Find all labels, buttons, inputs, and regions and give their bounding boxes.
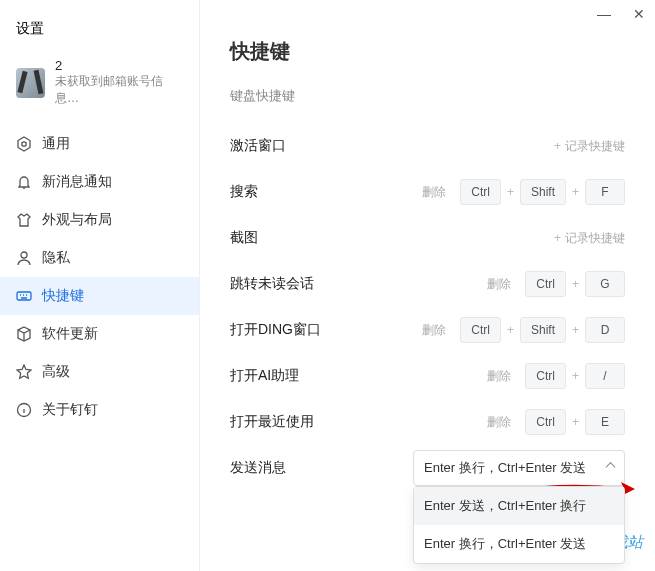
sidebar-item-update[interactable]: 软件更新 (0, 315, 199, 353)
key: G (585, 271, 625, 297)
row-label: 搜索 (230, 183, 414, 201)
star-icon (16, 364, 32, 380)
row-open-ai: 打开AI助理 删除 Ctrl+ / (230, 353, 625, 399)
row-label: 激活窗口 (230, 137, 546, 155)
keyboard-icon (16, 288, 32, 304)
key: E (585, 409, 625, 435)
user-block[interactable]: 2 未获取到邮箱账号信息… (0, 52, 199, 125)
key: Ctrl (525, 271, 566, 297)
shortcut-keys[interactable]: Ctrl+ Shift+ F (460, 179, 625, 205)
delete-shortcut[interactable]: 删除 (487, 414, 511, 431)
sidebar-item-label: 隐私 (42, 249, 70, 267)
shortcut-keys[interactable]: Ctrl+ E (525, 409, 625, 435)
key: Shift (520, 179, 566, 205)
bell-icon (16, 174, 32, 190)
user-icon (16, 250, 32, 266)
sidebar-item-notifications[interactable]: 新消息通知 (0, 163, 199, 201)
row-label: 跳转未读会话 (230, 275, 479, 293)
sidebar-item-appearance[interactable]: 外观与布局 (0, 201, 199, 239)
shortcut-keys[interactable]: Ctrl+ Shift+ D (460, 317, 625, 343)
sidebar-item-about[interactable]: 关于钉钉 (0, 391, 199, 429)
send-mode-select[interactable]: Enter 换行，Ctrl+Enter 发送 (413, 450, 625, 486)
shortcut-keys[interactable]: Ctrl+ G (525, 271, 625, 297)
record-shortcut-button[interactable]: 记录快捷键 (554, 138, 625, 155)
cube-icon (16, 326, 32, 342)
key: Ctrl (460, 317, 501, 343)
sidebar-item-shortcuts[interactable]: 快捷键 (0, 277, 199, 315)
row-label: 打开DING窗口 (230, 321, 414, 339)
sidebar-item-label: 高级 (42, 363, 70, 381)
send-mode-dropdown: Enter 发送，Ctrl+Enter 换行 Enter 换行，Ctrl+Ent… (413, 486, 625, 564)
section-subtitle: 键盘快捷键 (230, 87, 625, 105)
sidebar-item-label: 外观与布局 (42, 211, 112, 229)
row-label: 打开AI助理 (230, 367, 479, 385)
row-label: 打开最近使用 (230, 413, 479, 431)
key: Ctrl (525, 409, 566, 435)
key: Ctrl (460, 179, 501, 205)
delete-shortcut[interactable]: 删除 (487, 368, 511, 385)
key: D (585, 317, 625, 343)
key: Ctrl (525, 363, 566, 389)
svg-point-2 (21, 252, 27, 258)
svg-rect-3 (17, 292, 31, 300)
key: F (585, 179, 625, 205)
avatar (16, 68, 45, 98)
row-send-message: 发送消息 Enter 换行，Ctrl+Enter 发送 Enter 发送，Ctr… (230, 445, 625, 491)
sidebar-item-label: 通用 (42, 135, 70, 153)
row-screenshot: 截图 记录快捷键 (230, 215, 625, 261)
record-shortcut-button[interactable]: 记录快捷键 (554, 230, 625, 247)
shirt-icon (16, 212, 32, 228)
sidebar-item-label: 关于钉钉 (42, 401, 98, 419)
row-open-ding: 打开DING窗口 删除 Ctrl+ Shift+ D (230, 307, 625, 353)
send-mode-option[interactable]: Enter 发送，Ctrl+Enter 换行 (414, 487, 624, 525)
sidebar-item-general[interactable]: 通用 (0, 125, 199, 163)
delete-shortcut[interactable]: 删除 (422, 322, 446, 339)
page-title: 快捷键 (230, 38, 625, 65)
sidebar-item-privacy[interactable]: 隐私 (0, 239, 199, 277)
window-title: 设置 (0, 10, 199, 52)
row-label: 发送消息 (230, 459, 405, 477)
svg-point-1 (22, 142, 26, 146)
sidebar-item-advanced[interactable]: 高级 (0, 353, 199, 391)
sidebar-item-label: 软件更新 (42, 325, 98, 343)
row-jump-unread: 跳转未读会话 删除 Ctrl+ G (230, 261, 625, 307)
row-open-recent: 打开最近使用 删除 Ctrl+ E (230, 399, 625, 445)
delete-shortcut[interactable]: 删除 (487, 276, 511, 293)
shortcut-keys[interactable]: Ctrl+ / (525, 363, 625, 389)
info-icon (16, 402, 32, 418)
main-panel: 快捷键 键盘快捷键 激活窗口 记录快捷键 搜索 删除 Ctrl+ Shift+ … (200, 0, 655, 571)
sidebar-item-label: 新消息通知 (42, 173, 112, 191)
row-label: 截图 (230, 229, 546, 247)
key: / (585, 363, 625, 389)
svg-marker-0 (18, 137, 30, 151)
delete-shortcut[interactable]: 删除 (422, 184, 446, 201)
sidebar: 设置 2 未获取到邮箱账号信息… 通用 新消息通知 外观与布局 (0, 0, 200, 571)
row-search: 搜索 删除 Ctrl+ Shift+ F (230, 169, 625, 215)
row-activate-window: 激活窗口 记录快捷键 (230, 123, 625, 169)
key: Shift (520, 317, 566, 343)
user-name: 2 (55, 58, 183, 73)
sidebar-item-label: 快捷键 (42, 287, 84, 305)
user-sub: 未获取到邮箱账号信息… (55, 73, 183, 107)
send-mode-option[interactable]: Enter 换行，Ctrl+Enter 发送 (414, 525, 624, 563)
gear-icon (16, 136, 32, 152)
